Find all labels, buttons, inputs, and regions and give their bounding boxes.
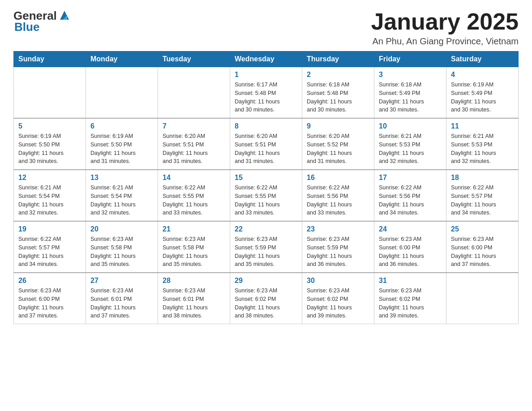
day-number: 7	[163, 122, 225, 130]
calendar-cell: 9Sunrise: 6:20 AMSunset: 5:52 PMDaylight…	[302, 118, 374, 170]
day-number: 15	[235, 174, 297, 182]
day-number: 14	[163, 174, 225, 182]
calendar-cell: 3Sunrise: 6:18 AMSunset: 5:49 PMDaylight…	[374, 67, 446, 119]
day-number: 28	[163, 277, 225, 285]
calendar-cell: 16Sunrise: 6:22 AMSunset: 5:56 PMDayligh…	[302, 170, 374, 221]
day-header-tuesday: Tuesday	[158, 51, 230, 67]
calendar-header-row: SundayMondayTuesdayWednesdayThursdayFrid…	[14, 51, 519, 67]
calendar-cell	[86, 67, 158, 119]
calendar-cell: 19Sunrise: 6:22 AMSunset: 5:57 PMDayligh…	[14, 221, 86, 273]
day-number: 24	[379, 225, 442, 233]
day-number: 3	[379, 71, 442, 79]
day-info: Sunrise: 6:19 AMSunset: 5:50 PMDaylight:…	[18, 132, 81, 166]
calendar-cell: 30Sunrise: 6:23 AMSunset: 6:02 PMDayligh…	[302, 273, 374, 324]
day-header-thursday: Thursday	[302, 51, 374, 67]
day-number: 29	[235, 277, 297, 285]
day-number: 31	[379, 277, 442, 285]
day-info: Sunrise: 6:22 AMSunset: 5:55 PMDaylight:…	[235, 184, 297, 217]
day-number: 1	[235, 71, 297, 79]
calendar-table: SundayMondayTuesdayWednesdayThursdayFrid…	[13, 51, 519, 324]
calendar-cell: 23Sunrise: 6:23 AMSunset: 5:59 PMDayligh…	[302, 221, 374, 273]
day-number: 26	[18, 277, 81, 285]
day-number: 2	[307, 71, 369, 79]
day-info: Sunrise: 6:23 AMSunset: 5:58 PMDaylight:…	[163, 235, 225, 269]
calendar-cell: 17Sunrise: 6:22 AMSunset: 5:56 PMDayligh…	[374, 170, 446, 221]
title-section: January 2025 An Phu, An Giang Province, …	[371, 9, 519, 47]
logo: General Blue	[13, 9, 71, 34]
calendar-cell: 21Sunrise: 6:23 AMSunset: 5:58 PMDayligh…	[158, 221, 230, 273]
day-header-sunday: Sunday	[14, 51, 86, 67]
day-header-saturday: Saturday	[446, 51, 519, 67]
day-info: Sunrise: 6:21 AMSunset: 5:53 PMDaylight:…	[451, 132, 514, 166]
day-number: 19	[18, 225, 81, 233]
day-info: Sunrise: 6:17 AMSunset: 5:48 PMDaylight:…	[235, 81, 297, 114]
page-header: General Blue January 2025 An Phu, An Gia…	[13, 9, 519, 47]
day-info: Sunrise: 6:21 AMSunset: 5:54 PMDaylight:…	[90, 184, 153, 217]
calendar-cell: 6Sunrise: 6:19 AMSunset: 5:50 PMDaylight…	[86, 118, 158, 170]
day-number: 30	[307, 277, 369, 285]
calendar-week-row: 19Sunrise: 6:22 AMSunset: 5:57 PMDayligh…	[14, 221, 519, 273]
day-info: Sunrise: 6:23 AMSunset: 6:01 PMDaylight:…	[163, 287, 225, 320]
day-info: Sunrise: 6:20 AMSunset: 5:51 PMDaylight:…	[235, 132, 297, 166]
day-number: 21	[163, 225, 225, 233]
calendar-cell: 4Sunrise: 6:19 AMSunset: 5:49 PMDaylight…	[446, 67, 519, 119]
day-number: 5	[18, 122, 81, 130]
calendar-cell: 13Sunrise: 6:21 AMSunset: 5:54 PMDayligh…	[86, 170, 158, 221]
day-info: Sunrise: 6:21 AMSunset: 5:53 PMDaylight:…	[379, 132, 442, 166]
day-number: 27	[90, 277, 153, 285]
calendar-cell	[446, 273, 519, 324]
day-info: Sunrise: 6:23 AMSunset: 6:00 PMDaylight:…	[18, 287, 81, 320]
day-number: 12	[18, 174, 81, 182]
calendar-week-row: 26Sunrise: 6:23 AMSunset: 6:00 PMDayligh…	[14, 273, 519, 324]
day-number: 8	[235, 122, 297, 130]
day-number: 9	[307, 122, 369, 130]
calendar-week-row: 1Sunrise: 6:17 AMSunset: 5:48 PMDaylight…	[14, 67, 519, 119]
location: An Phu, An Giang Province, Vietnam	[371, 36, 519, 47]
day-info: Sunrise: 6:18 AMSunset: 5:49 PMDaylight:…	[379, 81, 442, 114]
day-info: Sunrise: 6:23 AMSunset: 5:59 PMDaylight:…	[235, 235, 297, 269]
day-header-wednesday: Wednesday	[230, 51, 302, 67]
calendar-cell: 22Sunrise: 6:23 AMSunset: 5:59 PMDayligh…	[230, 221, 302, 273]
logo-text-blue: Blue	[14, 20, 39, 34]
day-number: 16	[307, 174, 369, 182]
day-info: Sunrise: 6:23 AMSunset: 6:00 PMDaylight:…	[379, 235, 442, 269]
day-info: Sunrise: 6:22 AMSunset: 5:56 PMDaylight:…	[379, 184, 442, 217]
day-number: 23	[307, 225, 369, 233]
calendar-cell: 7Sunrise: 6:20 AMSunset: 5:51 PMDaylight…	[158, 118, 230, 170]
day-info: Sunrise: 6:18 AMSunset: 5:48 PMDaylight:…	[307, 81, 369, 114]
calendar-cell: 20Sunrise: 6:23 AMSunset: 5:58 PMDayligh…	[86, 221, 158, 273]
calendar-cell: 29Sunrise: 6:23 AMSunset: 6:02 PMDayligh…	[230, 273, 302, 324]
day-header-friday: Friday	[374, 51, 446, 67]
day-number: 10	[379, 122, 442, 130]
day-info: Sunrise: 6:23 AMSunset: 6:02 PMDaylight:…	[379, 287, 442, 320]
day-info: Sunrise: 6:22 AMSunset: 5:56 PMDaylight:…	[307, 184, 369, 217]
day-info: Sunrise: 6:22 AMSunset: 5:57 PMDaylight:…	[18, 235, 81, 269]
calendar-cell: 26Sunrise: 6:23 AMSunset: 6:00 PMDayligh…	[14, 273, 86, 324]
calendar-cell: 24Sunrise: 6:23 AMSunset: 6:00 PMDayligh…	[374, 221, 446, 273]
logo-triangle-icon	[58, 9, 71, 21]
calendar-cell: 8Sunrise: 6:20 AMSunset: 5:51 PMDaylight…	[230, 118, 302, 170]
day-info: Sunrise: 6:23 AMSunset: 6:00 PMDaylight:…	[451, 235, 514, 269]
day-info: Sunrise: 6:19 AMSunset: 5:50 PMDaylight:…	[90, 132, 153, 166]
day-info: Sunrise: 6:22 AMSunset: 5:57 PMDaylight:…	[451, 184, 514, 217]
calendar-cell: 2Sunrise: 6:18 AMSunset: 5:48 PMDaylight…	[302, 67, 374, 119]
day-header-monday: Monday	[86, 51, 158, 67]
day-info: Sunrise: 6:23 AMSunset: 6:01 PMDaylight:…	[90, 287, 153, 320]
calendar-cell: 18Sunrise: 6:22 AMSunset: 5:57 PMDayligh…	[446, 170, 519, 221]
day-info: Sunrise: 6:20 AMSunset: 5:52 PMDaylight:…	[307, 132, 369, 166]
day-number: 4	[451, 71, 514, 79]
day-number: 13	[90, 174, 153, 182]
calendar-cell	[14, 67, 86, 119]
day-info: Sunrise: 6:23 AMSunset: 5:59 PMDaylight:…	[307, 235, 369, 269]
day-info: Sunrise: 6:22 AMSunset: 5:55 PMDaylight:…	[163, 184, 225, 217]
day-info: Sunrise: 6:23 AMSunset: 6:02 PMDaylight:…	[235, 287, 297, 320]
calendar-cell	[158, 67, 230, 119]
calendar-cell: 15Sunrise: 6:22 AMSunset: 5:55 PMDayligh…	[230, 170, 302, 221]
day-number: 17	[379, 174, 442, 182]
calendar-cell: 25Sunrise: 6:23 AMSunset: 6:00 PMDayligh…	[446, 221, 519, 273]
month-title: January 2025	[371, 9, 519, 34]
calendar-cell: 1Sunrise: 6:17 AMSunset: 5:48 PMDaylight…	[230, 67, 302, 119]
calendar-cell: 11Sunrise: 6:21 AMSunset: 5:53 PMDayligh…	[446, 118, 519, 170]
day-number: 20	[90, 225, 153, 233]
calendar-cell: 28Sunrise: 6:23 AMSunset: 6:01 PMDayligh…	[158, 273, 230, 324]
